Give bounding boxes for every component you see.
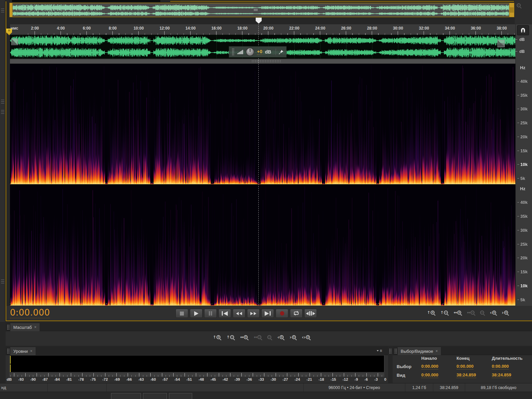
zoom-in-horizontal-button[interactable]: ↔ <box>454 311 461 315</box>
ruler-tick-label: 24:00 <box>307 26 333 31</box>
fade-in-handle[interactable] <box>11 39 18 45</box>
freq-tick-label: 15k <box>517 148 532 153</box>
skip-selection-button[interactable] <box>304 309 317 318</box>
collapsed-panel-grip[interactable] <box>1 100 4 103</box>
ruler-tick-label: 28:00 <box>359 26 385 31</box>
tab-selection-view[interactable]: Выбор/Видимое × <box>398 347 441 355</box>
close-icon[interactable]: × <box>30 349 32 353</box>
scrollbar-grip[interactable] <box>251 60 281 63</box>
snap-button[interactable] <box>517 25 529 35</box>
zoom-out-vertical-button[interactable]: ↑ <box>226 335 234 339</box>
freq-tick-label: 40k <box>517 79 532 84</box>
panel-grip[interactable] <box>7 348 10 354</box>
selection-start-value[interactable]: 0:00.000 <box>421 372 438 378</box>
magnifier-plus-icon <box>492 311 496 315</box>
db-scale-value: -69 <box>114 377 120 381</box>
horizontal-arrow-icon: ↔ <box>467 311 470 315</box>
zoom-in-vertical-button[interactable]: ↑ <box>427 311 435 315</box>
zoom-in-point-button[interactable]: ‹ <box>490 310 496 315</box>
db-scale-value: -18 <box>319 377 324 381</box>
panel-grip[interactable] <box>394 348 397 354</box>
magnifier-plus-icon <box>306 335 310 339</box>
selection-column-header: Конец <box>457 356 492 361</box>
collapsed-panel-grip[interactable] <box>1 9 4 12</box>
pan-zoom-icon[interactable] <box>517 3 521 7</box>
zoom-out-horizontal-button[interactable]: ↔ <box>254 335 261 339</box>
db-tickmark <box>515 39 517 40</box>
overview-center-grip[interactable] <box>254 9 257 11</box>
triangle-right-icon <box>313 312 315 315</box>
gain-knob[interactable] <box>246 48 254 56</box>
db-scale-value: -48 <box>199 377 204 381</box>
panel-grip[interactable] <box>7 325 10 330</box>
tab-zoom[interactable]: Масштаб × <box>10 323 40 331</box>
volume-hud[interactable]: +0 dB <box>229 46 287 58</box>
zoom-out-point-button[interactable]: › <box>502 310 508 315</box>
zoom-in-vertical-button[interactable]: ↑ <box>213 335 220 339</box>
selection-table: НачалоКонецДлительность Выбор 0:00.000 0… <box>397 356 531 378</box>
tab-levels[interactable]: Уровни × <box>10 347 36 355</box>
playhead-time-display[interactable]: 0:00.000 <box>10 308 50 318</box>
selection-end-value[interactable]: 0:00.000 <box>457 364 473 369</box>
spectrogram-left-channel[interactable] <box>10 64 515 184</box>
skip-to-end-button[interactable] <box>261 309 274 318</box>
selection-duration-value[interactable]: 0:00.000 <box>492 364 509 369</box>
db-scale-value: -63 <box>138 377 144 381</box>
zoom-in-horizontal-button[interactable]: ↔ <box>240 335 248 339</box>
overview-right-handle[interactable] <box>509 3 514 17</box>
triangle-left-icon <box>236 312 239 315</box>
zoom-out-vertical-button[interactable]: ↑ <box>440 311 448 315</box>
close-icon[interactable]: × <box>436 349 438 353</box>
selection-start-value[interactable]: 0:00.000 <box>421 364 438 369</box>
zoom-reset-button[interactable] <box>267 335 271 339</box>
triangle-left-icon <box>223 311 228 316</box>
panel-menu-button[interactable]: ≡ <box>377 349 382 353</box>
pause-button[interactable] <box>204 309 217 318</box>
hud-grip[interactable] <box>232 48 235 56</box>
zoom-in-point-button[interactable]: ‹ <box>277 335 284 339</box>
overview-waveform[interactable] <box>11 4 511 16</box>
ruler-tick-label: 34:00 <box>437 26 463 31</box>
magnifier-plus-icon <box>244 335 248 339</box>
stop-button[interactable] <box>176 309 188 318</box>
db-scale-value: -15 <box>331 377 336 381</box>
panel-grip[interactable] <box>389 348 392 354</box>
spectrogram-right-channel[interactable] <box>10 185 515 306</box>
selection-view-panel: Выбор/Видимое × НачалоКонецДлительность … <box>393 346 532 383</box>
pin-icon[interactable] <box>279 50 284 55</box>
status-free-space: 89,18 Гб свободно <box>465 383 532 392</box>
cutoff-control <box>143 393 167 399</box>
zoom-panel-buttons: ↑ ↑ ↔ ↔ ‹ › ‹› <box>213 335 310 339</box>
close-icon[interactable]: × <box>34 325 37 330</box>
overview-left-handle[interactable] <box>9 3 13 17</box>
selection-duration-value[interactable]: 38:24.859 <box>492 372 511 378</box>
zoom-out-horizontal-button[interactable]: ↔ <box>467 311 474 315</box>
db-scale-value: -84 <box>54 377 60 381</box>
zoom-selection-button[interactable]: ‹› <box>302 335 310 339</box>
collapsed-panel-grip[interactable] <box>1 110 4 114</box>
rewind-button[interactable] <box>233 309 245 318</box>
fast-forward-button[interactable] <box>247 309 260 318</box>
collapsed-panel-grip[interactable] <box>1 280 4 283</box>
ruler-tick-labels: 2:004:006:008:0010:0012:0014:0016:0018:0… <box>22 26 515 31</box>
gain-value[interactable]: +0 <box>257 49 262 55</box>
db-scale-value: -9 <box>354 377 358 381</box>
menu-lines-icon: ≡ <box>380 349 382 353</box>
play-button[interactable] <box>190 309 202 318</box>
frequency-scale-right: Hz 40k35k30k25k20k15k10k5k <box>515 185 532 306</box>
selection-end-value[interactable]: 38:24.859 <box>457 372 476 378</box>
magnifier-plus-icon <box>431 311 435 315</box>
record-button[interactable] <box>276 309 288 318</box>
zoom-out-point-button[interactable]: › <box>290 335 296 339</box>
magnifier-minus-icon <box>257 335 261 339</box>
overview-strip[interactable] <box>9 3 514 17</box>
loop-playback-button[interactable] <box>290 309 303 318</box>
editor-zoom-buttons: ↑ ↑ ↔ ↔ ‹ › <box>427 310 508 315</box>
bar-icon <box>309 311 310 316</box>
zoom-reset-button[interactable] <box>480 311 484 315</box>
ruler-tick-label: 14:00 <box>178 26 203 31</box>
fade-out-handle[interactable] <box>497 40 505 47</box>
skip-to-start-button[interactable] <box>218 309 231 318</box>
playhead-marker[interactable] <box>256 18 262 24</box>
freq-tick-label: 10k <box>517 283 532 288</box>
